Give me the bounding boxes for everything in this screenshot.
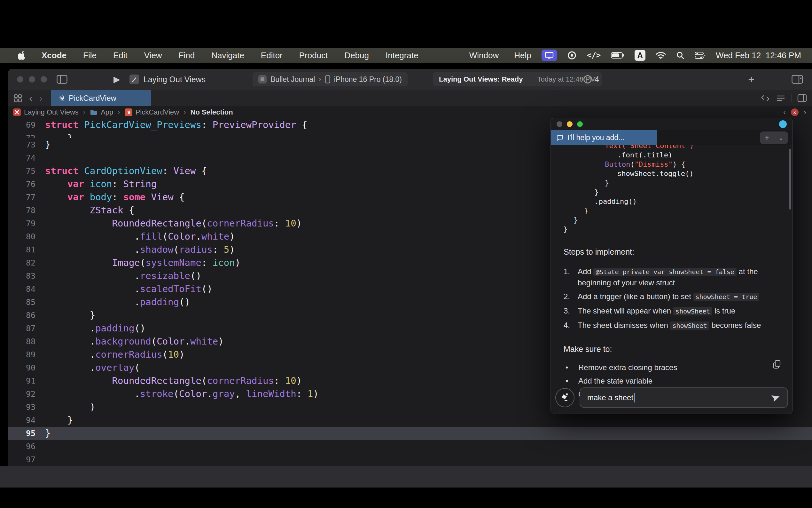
assistant-code-line-8: }: [551, 206, 793, 215]
menu-xcode[interactable]: Xcode: [42, 50, 66, 60]
sidebar-toggle-icon[interactable]: [57, 69, 67, 90]
input-source-icon[interactable]: A: [634, 50, 646, 61]
menu-view[interactable]: View: [144, 50, 162, 60]
inline-code: @State private var showSheet = false: [593, 268, 736, 276]
project-chip[interactable]: Laying Out Views: [130, 69, 205, 90]
code-menu-icon[interactable]: </>: [587, 51, 601, 60]
assistant-code-line-3: Button("Dismiss") {: [551, 160, 793, 169]
wifi-icon[interactable]: [656, 51, 666, 59]
step-number: 2.: [564, 291, 578, 302]
assistant-code: Text("Sheet Content").font(.title)Button…: [551, 145, 793, 234]
copy-icon[interactable]: [773, 360, 781, 369]
line-number: 86: [8, 309, 45, 322]
send-icon[interactable]: [771, 393, 780, 402]
menu-navigate[interactable]: Navigate: [211, 50, 244, 60]
tab-overview-icon[interactable]: [14, 94, 22, 102]
menu-find[interactable]: Find: [179, 50, 195, 60]
line-number: 79: [8, 217, 45, 230]
line-number: 93: [8, 400, 45, 414]
back-button[interactable]: ‹: [29, 93, 32, 103]
minimize-button[interactable]: [567, 121, 573, 127]
scrollbar[interactable]: [789, 149, 791, 210]
inline-code: showSheet: [673, 307, 712, 315]
forward-button[interactable]: ›: [39, 93, 43, 103]
menu-clock[interactable]: Wed Feb 12 12:46 PM: [716, 50, 801, 60]
assistant-code-line-2: .font(.title): [551, 151, 793, 160]
breadcrumb-selection[interactable]: No Selection: [191, 108, 233, 117]
line-number: 83: [8, 269, 45, 283]
make-sure-item-2: Add the state variable: [564, 376, 780, 386]
menu-product[interactable]: Product: [299, 50, 328, 60]
step-number: 3.: [564, 305, 578, 317]
activity-view[interactable]: Laying Out Views: Ready Today at 12:48 P…: [433, 72, 602, 86]
line-number: 69: [8, 118, 45, 131]
status-dot[interactable]: [779, 120, 787, 128]
record-icon[interactable]: [567, 50, 577, 60]
code-text: }: [45, 427, 50, 440]
menu-debug[interactable]: Debug: [344, 50, 369, 60]
assistant-active-tab[interactable]: I'll help you add...: [551, 130, 657, 145]
line-number: 78: [8, 204, 45, 217]
zoom-button[interactable]: [577, 121, 583, 127]
chat-bubble-icon: [556, 134, 564, 142]
tab-pickcardview[interactable]: PickCardView: [51, 90, 151, 106]
close-button[interactable]: [17, 76, 23, 83]
user-switch-icon[interactable]: [695, 51, 706, 59]
scheme-selector[interactable]: Bullet Journal › iPhone 16 Pro (18.0): [252, 72, 408, 86]
close-button[interactable]: [557, 121, 562, 127]
apple-icon[interactable]: [18, 50, 26, 60]
menu-editor[interactable]: Editor: [261, 50, 283, 60]
line-number: 81: [8, 243, 45, 256]
assistant-input-bar: make a sheet: [555, 386, 788, 409]
menu-edit[interactable]: Edit: [113, 50, 128, 60]
inline-code: showSheet = true: [694, 293, 760, 301]
next-issue-button[interactable]: ›: [804, 109, 806, 116]
code-line-96: 96: [8, 440, 812, 453]
battery-icon[interactable]: [611, 52, 624, 59]
device-icon: [325, 75, 330, 84]
desktop-strip: [0, 466, 812, 488]
menu-window[interactable]: Window: [469, 50, 499, 60]
issues-indicator[interactable]: 4: [583, 69, 599, 90]
breadcrumb-label: Laying Out Views: [24, 108, 79, 117]
text-caret: [634, 393, 635, 403]
code-review-icon[interactable]: [761, 94, 770, 102]
breadcrumb-group[interactable]: App: [90, 108, 113, 117]
eraser-button[interactable]: [555, 388, 574, 407]
assistant-code-line-7: .padding(): [551, 197, 793, 206]
tab-label: PickCardView: [69, 94, 116, 103]
line-number: 75: [8, 164, 45, 177]
previous-issue-button[interactable]: ‹: [783, 109, 786, 116]
menu-integrate[interactable]: Integrate: [386, 50, 419, 60]
editor-options-icon[interactable]: [776, 94, 785, 102]
prompt-input[interactable]: make a sheet: [580, 387, 788, 408]
screen-sharing-icon[interactable]: [541, 50, 557, 61]
breadcrumb-project[interactable]: Laying Out Views: [13, 108, 79, 117]
step-2: 2.Add a trigger (like a button) to set s…: [564, 291, 780, 302]
code-text: ZStack {: [45, 204, 134, 217]
adjust-editor-icon[interactable]: [797, 94, 807, 102]
code-text: .padding(): [45, 322, 145, 335]
run-button[interactable]: ▶: [113, 69, 120, 90]
new-chat-button[interactable]: +: [764, 133, 769, 143]
error-badge[interactable]: ×: [791, 109, 799, 116]
swift-file-icon: [58, 95, 65, 102]
add-editor-button[interactable]: +: [748, 69, 755, 90]
make-sure-item-1: Remove extra closing braces: [564, 363, 780, 372]
code-text: .resizable(): [45, 269, 201, 283]
zoom-button[interactable]: [41, 76, 47, 83]
spotlight-icon[interactable]: [676, 51, 684, 59]
line-number: 84: [8, 283, 45, 296]
menu-help[interactable]: Help: [514, 50, 531, 60]
step-number: 4.: [564, 320, 578, 331]
jump-bar: Laying Out Views › App › PickCardView › …: [8, 106, 812, 118]
issue-count: 4: [595, 75, 599, 84]
assistant-message: Steps to implement: 1.Add @State private…: [551, 247, 793, 399]
code-text: .stroke(Color.gray, lineWidth: 1): [45, 387, 319, 400]
breadcrumb-file[interactable]: PickCardView: [125, 108, 179, 117]
minimize-button[interactable]: [29, 76, 35, 83]
menu-file[interactable]: File: [83, 50, 97, 60]
editor-layout-icon[interactable]: [792, 69, 803, 90]
chevron-down-icon[interactable]: ⌄: [778, 134, 783, 141]
status-divider: [530, 76, 530, 83]
